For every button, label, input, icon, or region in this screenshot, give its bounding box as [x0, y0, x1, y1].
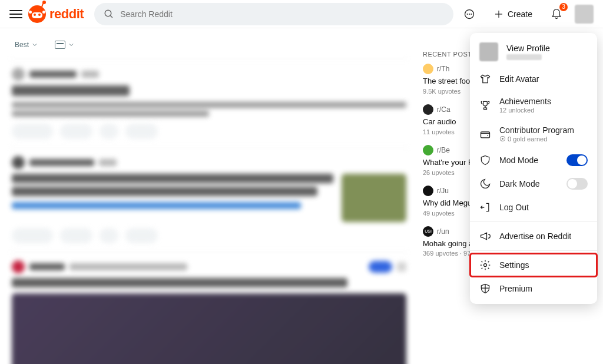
menu-settings[interactable]: Settings: [470, 253, 597, 277]
user-avatar[interactable]: [575, 5, 594, 24]
notification-badge: 3: [559, 3, 568, 11]
svg-point-4: [469, 14, 470, 14]
chevron-down-icon: [68, 41, 75, 48]
sort-bar: Best: [9, 33, 409, 59]
search-icon: [104, 9, 114, 19]
user-menu: View Profile Edit Avatar Achievements 12…: [470, 33, 597, 304]
moon-icon: [479, 178, 491, 190]
avatar-icon: [479, 42, 498, 61]
chat-button[interactable]: [459, 4, 479, 24]
svg-rect-8: [481, 131, 490, 137]
svg-point-9: [484, 264, 487, 267]
menu-view-profile[interactable]: View Profile: [470, 37, 597, 67]
create-label: Create: [508, 9, 532, 19]
search-input[interactable]: [120, 9, 444, 19]
menu-dark-mode[interactable]: Dark Mode: [470, 172, 597, 196]
view-mode-button[interactable]: [49, 38, 80, 52]
menu-separator: [470, 250, 597, 251]
trophy-icon: [479, 100, 491, 111]
dark-mode-toggle[interactable]: [566, 178, 588, 190]
svg-line-1: [110, 15, 112, 18]
megaphone-icon: [479, 230, 491, 242]
menu-toggle-icon[interactable]: [9, 8, 22, 21]
menu-edit-avatar[interactable]: Edit Avatar: [470, 67, 597, 91]
shield-icon: [479, 154, 491, 166]
sort-best-button[interactable]: Best: [9, 38, 44, 52]
menu-mod-mode[interactable]: Mod Mode: [470, 148, 597, 172]
shirt-icon: [479, 73, 491, 85]
notifications-button[interactable]: 3: [546, 4, 566, 24]
logout-icon: [479, 201, 491, 213]
menu-advertise[interactable]: Advertise on Reddit: [470, 224, 597, 248]
menu-achievements[interactable]: Achievements 12 unlocked: [470, 91, 597, 120]
premium-shield-icon: [479, 283, 491, 294]
username-placeholder: [506, 54, 542, 60]
create-button[interactable]: Create: [488, 5, 538, 23]
svg-point-0: [105, 10, 111, 16]
app-header: reddit Create 3: [0, 0, 603, 28]
main-feed: Best: [9, 33, 409, 364]
svg-point-5: [471, 14, 472, 14]
menu-contributor[interactable]: Contributor Program ⦿ 0 gold earned: [470, 120, 597, 148]
svg-point-3: [467, 14, 468, 14]
mod-mode-toggle[interactable]: [566, 154, 588, 166]
chat-icon: [463, 8, 475, 20]
card-view-icon: [55, 41, 65, 49]
header-actions: Create 3: [459, 4, 594, 24]
menu-premium[interactable]: Premium: [470, 277, 597, 300]
gear-icon: [479, 259, 491, 271]
feed-blurred: [9, 59, 409, 364]
menu-log-out[interactable]: Log Out: [470, 196, 597, 219]
chevron-down-icon: [31, 41, 38, 48]
plus-icon: [493, 9, 504, 19]
logo-text: reddit: [49, 6, 84, 22]
reddit-logo[interactable]: reddit: [28, 5, 84, 23]
wallet-icon: [479, 128, 491, 140]
menu-separator: [470, 221, 597, 222]
search-bar[interactable]: [94, 3, 453, 25]
